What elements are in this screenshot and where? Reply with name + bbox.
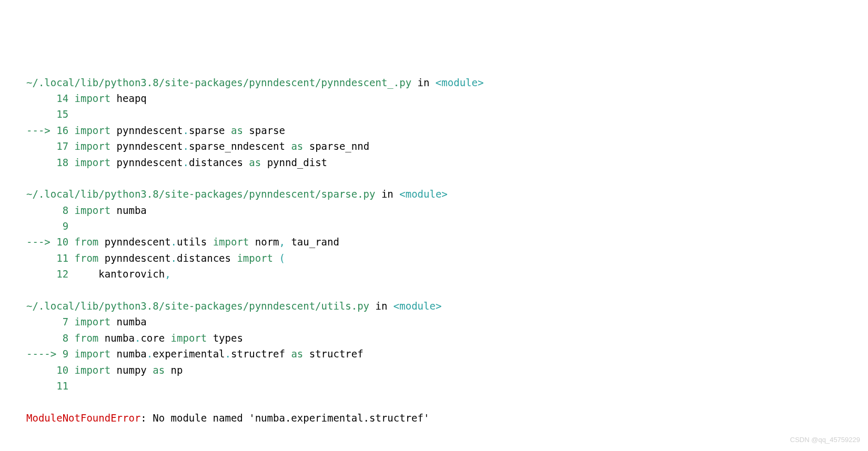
gutter-spacer — [26, 316, 63, 327]
code-token: numba — [110, 316, 147, 327]
line-number: 12 — [56, 268, 68, 280]
line-number: 8 — [63, 332, 68, 344]
blank-line — [26, 282, 842, 298]
code-token: as — [231, 125, 243, 136]
arrow-icon: ---> — [26, 125, 56, 136]
code-token: pynndescent — [98, 252, 170, 264]
code-token: , — [279, 236, 285, 248]
angle-bracket-icon: < — [436, 77, 441, 88]
gutter-spacer — [26, 364, 56, 376]
code-token: structref — [231, 348, 291, 360]
frame-header: ~/.local/lib/python3.8/site-packages/pyn… — [26, 75, 842, 90]
gutter-spacer — [26, 140, 56, 152]
arrow-icon: ---> — [26, 236, 56, 248]
code-token: sparse_nnd — [303, 140, 369, 152]
code-token: as — [291, 348, 303, 360]
line-number: 10 — [56, 236, 68, 248]
code-token: import — [68, 316, 110, 327]
code-token: import — [68, 204, 110, 216]
code-token: import — [213, 236, 249, 248]
code-token: norm — [249, 236, 279, 248]
blank-line — [26, 170, 842, 186]
code-line: 8 from numba.core import types — [26, 330, 842, 346]
angle-bracket-icon: > — [478, 77, 483, 88]
line-number: 9 — [63, 220, 68, 232]
line-number: 8 — [63, 204, 68, 216]
frame-scope: module — [406, 188, 442, 200]
code-token: import — [237, 252, 273, 264]
frame-scope: module — [399, 300, 436, 312]
gutter-spacer — [26, 268, 56, 280]
code-line: 10 import numpy as np — [26, 362, 842, 378]
code-line: 15 — [26, 106, 842, 122]
line-number: 11 — [56, 380, 68, 392]
code-token: import — [68, 125, 110, 136]
gutter-spacer — [26, 380, 56, 392]
code-token: pynndescent — [110, 157, 183, 168]
code-token: ( — [273, 252, 285, 264]
code-token: pynnd_dist — [261, 157, 327, 168]
gutter-spacer — [26, 204, 63, 216]
code-line: 7 import numba — [26, 314, 842, 330]
line-number: 10 — [56, 364, 68, 376]
line-number: 16 — [56, 125, 68, 136]
line-number: 9 — [63, 348, 68, 360]
line-number: 17 — [56, 140, 68, 152]
code-token: structref — [303, 348, 363, 360]
code-token: from — [68, 252, 98, 264]
gutter-spacer — [26, 252, 56, 264]
code-token: sparse_nndescent — [189, 140, 291, 152]
code-token: np — [165, 364, 183, 376]
code-token: utils — [177, 236, 213, 248]
watermark: CSDN @qq_45759229 — [790, 435, 860, 446]
error-name: ModuleNotFoundError — [26, 412, 140, 424]
code-token: . — [183, 140, 188, 152]
code-token: types — [207, 332, 243, 344]
code-line: 11 from pynndescent.distances import ( — [26, 250, 842, 266]
angle-bracket-icon: < — [393, 300, 399, 312]
keyword-in: in — [411, 77, 436, 88]
code-token: numba — [98, 332, 135, 344]
blank-line — [26, 394, 842, 409]
code-token: . — [135, 332, 140, 344]
code-line: 8 import numba — [26, 202, 842, 218]
code-token: from — [68, 332, 98, 344]
code-token: as — [249, 157, 261, 168]
code-line: 11 — [26, 378, 842, 394]
code-line-current: ---> 16 import pynndescent.sparse as spa… — [26, 122, 842, 138]
code-token: . — [183, 157, 188, 168]
code-token: numpy — [110, 364, 153, 376]
code-token: heapq — [110, 93, 147, 104]
code-token: import — [68, 348, 110, 360]
code-token: import — [68, 93, 110, 104]
code-line: 9 — [26, 218, 842, 234]
code-token: import — [68, 140, 110, 152]
code-token: core — [140, 332, 170, 344]
code-token: sparse — [189, 125, 231, 136]
code-token: as — [291, 140, 303, 152]
line-number: 15 — [56, 108, 68, 120]
code-token: . — [147, 348, 153, 360]
error-message: : No module named 'numba.experimental.st… — [140, 412, 429, 424]
code-token: import — [68, 157, 110, 168]
gutter-spacer — [26, 157, 56, 168]
angle-bracket-icon: > — [441, 188, 447, 200]
code-token: pynndescent — [98, 236, 170, 248]
line-number: 11 — [56, 252, 68, 264]
code-line: 14 import heapq — [26, 90, 842, 106]
code-token: numba — [110, 204, 147, 216]
gutter-spacer — [26, 108, 56, 120]
code-token: as — [153, 364, 165, 376]
code-token: kantorovich — [68, 268, 165, 280]
frame-header: ~/.local/lib/python3.8/site-packages/pyn… — [26, 186, 842, 202]
gutter-spacer — [26, 332, 63, 344]
code-token: import — [68, 364, 110, 376]
gutter-spacer — [26, 220, 63, 232]
frame-path: ~/.local/lib/python3.8/site-packages/pyn… — [26, 188, 375, 200]
code-line-current: ---> 10 from pynndescent.utils import no… — [26, 234, 842, 250]
code-line: 18 import pynndescent.distances as pynnd… — [26, 155, 842, 170]
code-token: . — [183, 125, 188, 136]
code-token: pynndescent — [110, 125, 183, 136]
line-number: 18 — [56, 157, 68, 168]
code-token: , — [165, 268, 170, 280]
